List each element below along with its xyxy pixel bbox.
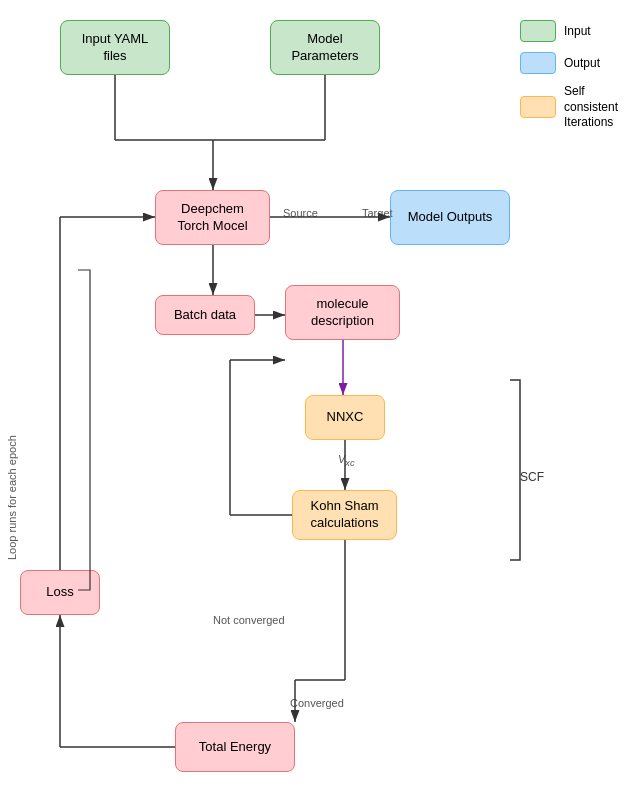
kohn-sham-label: Kohn Shamcalculations: [311, 498, 379, 532]
model-outputs-label: Model Outputs: [408, 209, 493, 226]
kohn-sham-node: Kohn Shamcalculations: [292, 490, 397, 540]
legend-input-label: Input: [564, 24, 591, 38]
source-label: Source: [283, 207, 318, 219]
molecule-desc-node: moleculedescription: [285, 285, 400, 340]
legend-output-box: [520, 52, 556, 74]
legend-input-box: [520, 20, 556, 42]
batch-data-label: Batch data: [174, 307, 236, 324]
target-label: Target: [362, 207, 393, 219]
converged-label: Converged: [290, 697, 344, 709]
legend-output-label: Output: [564, 56, 600, 70]
model-params-label: ModelParameters: [291, 31, 358, 65]
input-yaml-node: Input YAMLfiles: [60, 20, 170, 75]
total-energy-node: Total Energy: [175, 722, 295, 772]
loss-node: Loss: [20, 570, 100, 615]
model-outputs-node: Model Outputs: [390, 190, 510, 245]
molecule-desc-label: moleculedescription: [311, 296, 374, 330]
nnxc-label: NNXC: [327, 409, 364, 426]
loss-label: Loss: [46, 584, 73, 601]
legend-self-consistent-label: SelfconsistentIterations: [564, 84, 618, 131]
deepchem-node: DeepchemTorch Mocel: [155, 190, 270, 245]
deepchem-label: DeepchemTorch Mocel: [177, 201, 247, 235]
input-yaml-label: Input YAMLfiles: [82, 31, 149, 65]
legend-self-consistent: SelfconsistentIterations: [520, 84, 618, 131]
legend: Input Output SelfconsistentIterations: [520, 20, 618, 131]
batch-data-node: Batch data: [155, 295, 255, 335]
scf-label: SCF: [520, 470, 544, 484]
legend-self-consistent-box: [520, 96, 556, 118]
not-converged-label: Not converged: [213, 614, 285, 626]
diagram-container: Input Output SelfconsistentIterations In…: [0, 0, 638, 790]
total-energy-label: Total Energy: [199, 739, 271, 756]
nnxc-node: NNXC: [305, 395, 385, 440]
model-params-node: ModelParameters: [270, 20, 380, 75]
legend-output: Output: [520, 52, 618, 74]
loop-label: Loop runs for each epoch: [6, 280, 18, 560]
vxc-label: Vxc: [338, 453, 355, 468]
legend-input: Input: [520, 20, 618, 42]
